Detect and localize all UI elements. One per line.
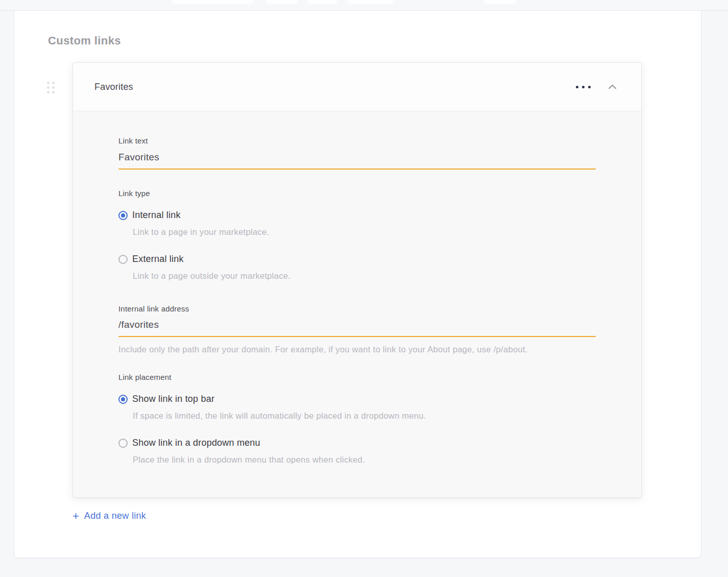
link-text-input[interactable]	[118, 149, 596, 170]
ellipsis-icon[interactable]	[575, 83, 592, 91]
cutoff-tab	[265, 0, 298, 4]
cutoff-tab	[347, 0, 394, 4]
card-header: Favorites	[73, 63, 641, 111]
radio-show-dropdown[interactable]: Show link in a dropdown menu	[118, 438, 596, 448]
radio-internal-link[interactable]: Internal link	[118, 210, 596, 221]
card-body: Link text Link type Internal link Link t…	[73, 111, 641, 465]
card-title: Favorites	[94, 82, 133, 92]
radio-label: Show link in a dropdown menu	[132, 438, 260, 448]
radio-description: Link to a page in your marketplace.	[133, 227, 596, 237]
radio-label: Internal link	[132, 210, 181, 221]
radio-external-link[interactable]: External link	[118, 254, 596, 265]
radio-label: Show link in top bar	[132, 394, 214, 404]
cutoff-tab	[484, 0, 517, 4]
radio-description: Link to a page outside your marketplace.	[133, 271, 596, 281]
internal-link-address-input[interactable]	[118, 316, 596, 337]
link-text-label: Link text	[118, 136, 148, 145]
radio-label: External link	[132, 254, 184, 265]
top-tab-strip	[0, 0, 728, 11]
plus-icon: +	[72, 511, 79, 521]
link-type-label: Link type	[118, 189, 596, 198]
drag-handle-icon[interactable]	[47, 82, 55, 93]
chevron-up-icon[interactable]	[606, 82, 619, 91]
address-help-text: Include only the path after your domain.…	[118, 345, 596, 354]
page-title: Custom links	[48, 34, 121, 47]
radio-description: If space is limited, the link will autom…	[133, 411, 596, 421]
radio-button[interactable]	[118, 211, 128, 220]
cutoff-tab	[307, 0, 337, 4]
cutoff-tab	[172, 0, 254, 4]
add-new-link-button[interactable]: + Add a new link	[72, 511, 146, 521]
radio-description: Place the link in a dropdown menu that o…	[133, 455, 596, 465]
radio-button[interactable]	[118, 395, 128, 404]
radio-button[interactable]	[118, 439, 128, 448]
content-panel: Custom links Favorites Link text Link ty…	[14, 11, 701, 558]
link-placement-label: Link placement	[118, 373, 596, 381]
internal-link-address-label: Internal link address	[118, 304, 596, 313]
add-link-label: Add a new link	[84, 511, 146, 521]
radio-button[interactable]	[118, 255, 128, 264]
radio-show-top-bar[interactable]: Show link in top bar	[118, 394, 596, 404]
custom-link-card: Favorites Link text Link type Internal l…	[72, 62, 642, 498]
